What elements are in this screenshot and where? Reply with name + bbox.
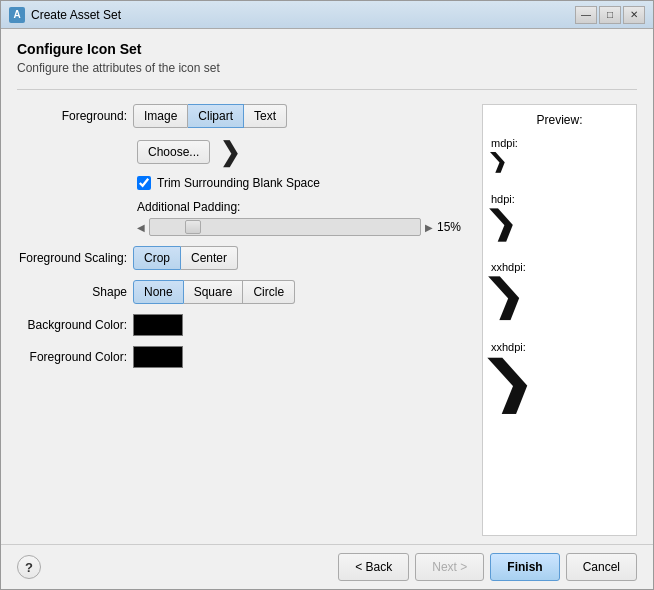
bg-color-box[interactable] xyxy=(133,314,183,336)
page-subtitle: Configure the attributes of the icon set xyxy=(17,61,637,75)
foreground-text-button[interactable]: Text xyxy=(244,104,287,128)
slider-right-arrow[interactable]: ▶ xyxy=(425,222,433,233)
main-window: A Create Asset Set — □ ✕ Configure Icon … xyxy=(0,0,654,590)
separator xyxy=(17,89,637,90)
close-button[interactable]: ✕ xyxy=(623,6,645,24)
slider-thumb[interactable] xyxy=(185,220,201,234)
mdpi-label: mdpi: xyxy=(491,137,628,149)
shape-none-button[interactable]: None xyxy=(133,280,184,304)
mdpi-icon: ❮ xyxy=(491,151,508,171)
shape-row: Shape None Square Circle xyxy=(17,280,472,304)
xxxhdpi-icon-container: ❮ xyxy=(491,355,628,425)
trim-row: Trim Surrounding Blank Space xyxy=(17,176,472,190)
maximize-button[interactable]: □ xyxy=(599,6,621,24)
title-bar: A Create Asset Set — □ ✕ xyxy=(1,1,653,29)
scaling-button-group: Crop Center xyxy=(133,246,238,270)
scaling-row: Foreground Scaling: Crop Center xyxy=(17,246,472,270)
trim-label: Trim Surrounding Blank Space xyxy=(157,176,320,190)
hdpi-icon-container: ❮ xyxy=(491,207,628,249)
left-panel: Foreground: Image Clipart Text Choose...… xyxy=(17,104,472,536)
slider-track[interactable] xyxy=(149,218,421,236)
bg-color-label: Background Color: xyxy=(17,318,127,332)
shape-circle-button[interactable]: Circle xyxy=(243,280,295,304)
shape-label: Shape xyxy=(17,285,127,299)
foreground-image-button[interactable]: Image xyxy=(133,104,188,128)
bottom-bar: ? < Back Next > Finish Cancel xyxy=(1,544,653,589)
scaling-crop-button[interactable]: Crop xyxy=(133,246,181,270)
preview-mdpi: mdpi: ❮ xyxy=(491,137,628,181)
window-controls: — □ ✕ xyxy=(575,6,645,24)
scaling-label: Foreground Scaling: xyxy=(17,251,127,265)
preview-xxhdpi: xxhdpi: ❮ xyxy=(491,261,628,329)
scaling-center-button[interactable]: Center xyxy=(181,246,238,270)
shape-button-group: None Square Circle xyxy=(133,280,295,304)
minimize-button[interactable]: — xyxy=(575,6,597,24)
next-button[interactable]: Next > xyxy=(415,553,484,581)
back-button[interactable]: < Back xyxy=(338,553,409,581)
fg-color-label: Foreground Color: xyxy=(17,350,127,364)
mdpi-icon-container: ❮ xyxy=(491,151,628,181)
finish-button[interactable]: Finish xyxy=(490,553,559,581)
cancel-button[interactable]: Cancel xyxy=(566,553,637,581)
help-button[interactable]: ? xyxy=(17,555,41,579)
foreground-label: Foreground: xyxy=(17,109,127,123)
hdpi-label: hdpi: xyxy=(491,193,628,205)
preview-panel: Preview: mdpi: ❮ hdpi: ❮ xx xyxy=(482,104,637,536)
xxhdpi-icon-container: ❮ xyxy=(491,275,628,329)
trim-checkbox[interactable] xyxy=(137,176,151,190)
page-title: Configure Icon Set xyxy=(17,41,637,57)
main-content: Foreground: Image Clipart Text Choose...… xyxy=(17,104,637,536)
xxxhdpi-icon: ❮ xyxy=(491,355,536,409)
slider-left-arrow[interactable]: ◀ xyxy=(137,222,145,233)
choose-button[interactable]: Choose... xyxy=(137,140,210,164)
window-title: Create Asset Set xyxy=(31,8,575,22)
slider-percentage: 15% xyxy=(437,220,472,234)
bg-color-row: Background Color: xyxy=(17,314,472,336)
preview-hdpi: hdpi: ❮ xyxy=(491,193,628,249)
hdpi-icon: ❮ xyxy=(491,207,518,239)
fg-color-box[interactable] xyxy=(133,346,183,368)
foreground-clipart-button[interactable]: Clipart xyxy=(188,104,244,128)
choose-row: Choose... ❮ xyxy=(17,138,472,166)
fg-color-row: Foreground Color: xyxy=(17,346,472,368)
foreground-row: Foreground: Image Clipart Text xyxy=(17,104,472,128)
window-icon: A xyxy=(9,7,25,23)
preview-title: Preview: xyxy=(491,113,628,127)
foreground-button-group: Image Clipart Text xyxy=(133,104,287,128)
chevron-icon: ❮ xyxy=(220,137,240,168)
padding-row: Additional Padding: ◀ ▶ 15% xyxy=(17,200,472,236)
slider-row: ◀ ▶ 15% xyxy=(137,218,472,236)
preview-xxxhdpi: xxhdpi: ❮ xyxy=(491,341,628,425)
shape-square-button[interactable]: Square xyxy=(184,280,244,304)
content-area: Configure Icon Set Configure the attribu… xyxy=(1,29,653,544)
padding-label: Additional Padding: xyxy=(137,200,472,214)
xxhdpi-icon: ❮ xyxy=(491,275,526,317)
